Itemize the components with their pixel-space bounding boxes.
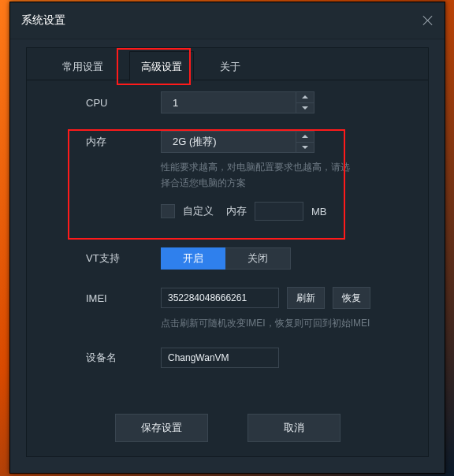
tab-advanced[interactable]: 高级设置 — [129, 51, 194, 81]
vt-toggle: 开启 关闭 — [161, 247, 291, 270]
form-area: CPU 1 内存 2G (推荐) — [27, 91, 428, 401]
row-imei: IMEI 刷新 恢复 — [86, 287, 428, 309]
label-vt: VT支持 — [86, 251, 161, 266]
close-icon[interactable] — [422, 15, 434, 26]
cpu-down-icon[interactable] — [296, 103, 314, 113]
cpu-value: 1 — [173, 97, 178, 109]
label-cpu: CPU — [86, 97, 161, 109]
vt-on-button[interactable]: 开启 — [161, 247, 225, 270]
custom-memory-checkbox[interactable] — [161, 204, 175, 218]
tab-common[interactable]: 常用设置 — [50, 51, 115, 80]
label-imei: IMEI — [86, 292, 161, 304]
dialog-body: 常用设置 高级设置 关于 CPU 1 — [26, 47, 429, 457]
label-memory: 内存 — [86, 135, 161, 149]
memory-hint: 性能要求越高，对电脑配置要求也越高，请选择合适您电脑的方案 — [161, 159, 350, 191]
row-cpu: CPU 1 — [86, 91, 428, 113]
save-button[interactable]: 保存设置 — [115, 414, 208, 442]
dialog-footer: 保存设置 取消 — [27, 414, 428, 442]
memory-up-icon[interactable] — [296, 132, 314, 143]
imei-hint: 点击刷新可随机改变IMEI，恢复则可回到初始IMEI — [161, 315, 413, 331]
refresh-imei-button[interactable]: 刷新 — [287, 287, 325, 309]
settings-dialog: 系统设置 常用设置 高级设置 关于 CPU 1 — [9, 2, 445, 474]
memory-custom-row: 自定义 内存 MB — [161, 202, 428, 221]
imei-input[interactable] — [161, 288, 279, 308]
cpu-up-icon[interactable] — [296, 92, 314, 103]
cpu-spinner[interactable]: 1 — [161, 91, 314, 113]
tab-bar: 常用设置 高级设置 关于 — [27, 48, 428, 80]
label-device: 设备名 — [86, 351, 161, 365]
window-title: 系统设置 — [21, 13, 65, 28]
row-vt: VT支持 开启 关闭 — [86, 247, 428, 270]
memory-value: 2G (推荐) — [173, 135, 217, 149]
cpu-spinner-arrows[interactable] — [296, 92, 314, 113]
custom-memory-input[interactable] — [255, 202, 303, 221]
memory-spinner[interactable]: 2G (推荐) — [161, 131, 314, 153]
vt-off-button[interactable]: 关闭 — [225, 247, 291, 270]
tab-about[interactable]: 关于 — [208, 51, 252, 80]
label-mb: MB — [311, 206, 327, 218]
row-memory: 内存 2G (推荐) — [86, 131, 428, 153]
titlebar: 系统设置 — [10, 2, 445, 39]
row-device: 设备名 — [86, 347, 428, 369]
label-mem-word: 内存 — [226, 204, 247, 218]
cancel-button[interactable]: 取消 — [247, 414, 340, 442]
memory-down-icon[interactable] — [296, 143, 314, 153]
restore-imei-button[interactable]: 恢复 — [333, 287, 370, 309]
memory-spinner-arrows[interactable] — [296, 132, 314, 152]
label-custom: 自定义 — [183, 204, 214, 218]
device-name-input[interactable] — [161, 348, 279, 368]
